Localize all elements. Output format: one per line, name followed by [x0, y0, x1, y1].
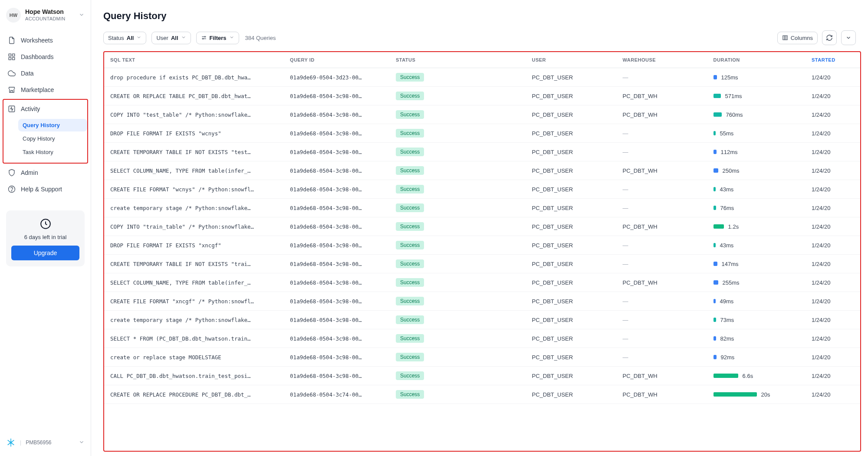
table-row[interactable]: DROP FILE FORMAT IF EXISTS "wcnys"01a9de…: [104, 124, 860, 143]
grid-icon: [8, 53, 16, 61]
duration-text: 55ms: [720, 130, 734, 137]
table-row[interactable]: CREATE OR REPLACE PROCEDURE PC_DBT_DB.db…: [104, 385, 860, 404]
refresh-options-button[interactable]: [841, 30, 856, 45]
shield-icon: [8, 169, 16, 177]
col-duration[interactable]: DURATION: [709, 52, 807, 68]
cell-user: PC_DBT_USER: [528, 105, 618, 124]
cell-query-id: 01a9de68-0504-3c98-00…: [286, 124, 391, 143]
svg-rect-0: [9, 54, 11, 56]
cell-status: Success: [391, 255, 528, 273]
col-status[interactable]: STATUS: [391, 52, 528, 68]
filters-button[interactable]: Filters: [196, 32, 239, 44]
cloud-icon: [8, 69, 16, 77]
subnav-copy-history[interactable]: Copy History: [18, 132, 87, 145]
table-row[interactable]: CREATE TEMPORARY TABLE IF NOT EXISTS "te…: [104, 143, 860, 161]
duration-text: 112ms: [721, 149, 738, 155]
duration-bar: [713, 75, 717, 79]
subnav-query-history[interactable]: Query History: [18, 119, 87, 131]
duration-bar: [713, 336, 716, 341]
status-badge: Success: [396, 241, 424, 249]
columns-icon: [782, 35, 788, 41]
cell-query-id: 01a9de68-0504-3c98-00…: [286, 255, 391, 273]
table-row[interactable]: CREATE FILE FORMAT "xncgf" /* Python:sno…: [104, 292, 860, 311]
cell-query-id: 01a9de68-0504-3c98-00…: [286, 273, 391, 292]
chevron-down-icon: [79, 439, 85, 446]
table-row[interactable]: SELECT COLUMN_NAME, TYPE FROM table(infe…: [104, 161, 860, 180]
filter-status[interactable]: Status All: [103, 32, 146, 44]
nav-activity[interactable]: Activity: [3, 101, 87, 117]
table-row[interactable]: COPY INTO "test_table" /* Python:snowfla…: [104, 105, 860, 124]
cell-query-id: 01a9de68-0504-3c98-00…: [286, 311, 391, 329]
cell-sql-text: DROP FILE FORMAT IF EXISTS "wcnys": [104, 124, 286, 143]
cell-warehouse: PC_DBT_WH: [618, 385, 709, 404]
nav-help[interactable]: Help & Support: [3, 181, 87, 197]
cell-warehouse: PC_DBT_WH: [618, 161, 709, 180]
table-row[interactable]: COPY INTO "train_table" /* Python:snowfl…: [104, 217, 860, 236]
col-started[interactable]: STARTED: [807, 52, 860, 68]
nav-data[interactable]: Data: [3, 65, 87, 82]
cell-warehouse: —: [618, 180, 709, 199]
cell-sql-text: SELECT * FROM (PC_DBT_DB.dbt_hwatson.tra…: [104, 329, 286, 348]
table-row[interactable]: create or replace stage MODELSTAGE01a9de…: [104, 348, 860, 367]
subnav-task-history[interactable]: Task History: [18, 146, 87, 158]
duration-bar: [713, 112, 722, 117]
col-sql-text[interactable]: SQL TEXT: [104, 52, 286, 68]
cell-user: PC_DBT_USER: [528, 292, 618, 311]
status-badge: Success: [396, 259, 424, 268]
cell-query-id: 01a9de68-0504-3c74-00…: [286, 385, 391, 404]
cell-started: 1/24/20: [807, 124, 860, 143]
refresh-button[interactable]: [822, 30, 837, 45]
cell-sql-text: DROP FILE FORMAT IF EXISTS "xncgf": [104, 236, 286, 255]
svg-point-9: [204, 36, 205, 37]
table-row[interactable]: drop procedure if exists PC_DBT_DB.dbt_h…: [104, 68, 860, 87]
col-query-id[interactable]: QUERY ID: [286, 52, 391, 68]
svg-rect-2: [13, 58, 15, 60]
cell-warehouse: —: [618, 68, 709, 87]
status-badge: Success: [396, 371, 424, 380]
table-row[interactable]: CREATE OR REPLACE TABLE PC_DBT_DB.dbt_hw…: [104, 87, 860, 105]
duration-text: 43ms: [720, 242, 734, 249]
cell-warehouse: PC_DBT_WH: [618, 367, 709, 385]
cell-sql-text: CREATE OR REPLACE TABLE PC_DBT_DB.dbt_hw…: [104, 87, 286, 105]
chip-label: Filters: [210, 35, 227, 41]
nav-activity-sub: Query History Copy History Task History: [3, 117, 87, 162]
sidebar-footer[interactable]: | PMB56956: [3, 434, 87, 451]
columns-button[interactable]: Columns: [777, 32, 818, 44]
cell-duration: 82ms: [709, 329, 807, 348]
sliders-icon: [201, 35, 207, 41]
cell-query-id: 01a9de68-0504-3c98-00…: [286, 292, 391, 311]
cell-duration: 112ms: [709, 143, 807, 161]
table-row[interactable]: SELECT * FROM (PC_DBT_DB.dbt_hwatson.tra…: [104, 329, 860, 348]
cell-query-id: 01a9de68-0504-3c98-00…: [286, 105, 391, 124]
duration-text: 73ms: [720, 317, 734, 323]
duration-bar: [713, 299, 716, 303]
table-row[interactable]: CREATE TEMPORARY TABLE IF NOT EXISTS "tr…: [104, 255, 860, 273]
cell-duration: 255ms: [709, 273, 807, 292]
cell-duration: 1.2s: [709, 217, 807, 236]
nav-label: Dashboards: [21, 53, 54, 60]
table-row[interactable]: CALL PC_DBT_DB.dbt_hwatson.train_test_po…: [104, 367, 860, 385]
svg-rect-1: [13, 54, 15, 56]
nav-worksheets[interactable]: Worksheets: [3, 32, 87, 49]
table-row[interactable]: DROP FILE FORMAT IF EXISTS "xncgf"01a9de…: [104, 236, 860, 255]
filter-user[interactable]: User All: [151, 32, 191, 44]
nav-marketplace[interactable]: Marketplace: [3, 82, 87, 98]
table-row[interactable]: CREATE FILE FORMAT "wcnys" /* Python:sno…: [104, 180, 860, 199]
account-switcher[interactable]: HW Hope Watson ACCOUNTADMIN: [3, 5, 87, 29]
nav-dashboards[interactable]: Dashboards: [3, 49, 87, 65]
chevron-down-icon: [79, 12, 85, 19]
page-header: Query History: [91, 0, 868, 28]
table-row[interactable]: create temporary stage /* Python:snowfla…: [104, 311, 860, 329]
cell-duration: 92ms: [709, 348, 807, 367]
upgrade-button[interactable]: Upgrade: [11, 246, 79, 260]
chevron-down-icon: [181, 35, 186, 41]
table-row[interactable]: create temporary stage /* Python:snowfla…: [104, 199, 860, 217]
nav-admin[interactable]: Admin: [3, 164, 87, 181]
col-user[interactable]: USER: [528, 52, 618, 68]
cell-started: 1/24/20: [807, 273, 860, 292]
col-warehouse[interactable]: WAREHOUSE: [618, 52, 709, 68]
cell-warehouse: —: [618, 329, 709, 348]
table-row[interactable]: SELECT COLUMN_NAME, TYPE FROM table(infe…: [104, 273, 860, 292]
cell-duration: 49ms: [709, 292, 807, 311]
cell-sql-text: create or replace stage MODELSTAGE: [104, 348, 286, 367]
